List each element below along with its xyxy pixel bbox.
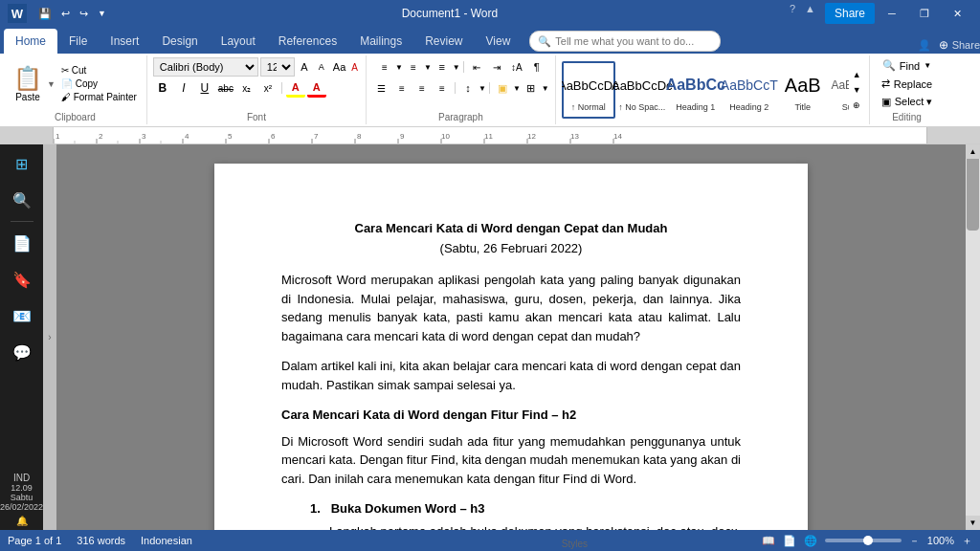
font-grow-btn[interactable]: A (297, 57, 312, 77)
section-1-body[interactable]: Di Microsoft Word sendiri sudah ada fitu… (281, 432, 741, 489)
bullets-dropdown[interactable]: ▼ (395, 63, 403, 72)
superscript-button[interactable]: x² (258, 78, 278, 98)
style-normal[interactable]: AaBbCcDc ↑ Normal (562, 61, 615, 119)
borders-btn[interactable]: ⊞ (522, 78, 541, 98)
styles-scroll-up[interactable]: ▲ (851, 68, 863, 81)
redo-qa-btn[interactable]: ↪ (76, 6, 92, 22)
line-spacing-btn[interactable]: ↕ (458, 78, 478, 98)
sidebar-doc-icon[interactable]: 📄 (7, 228, 37, 258)
help-icon[interactable]: ? (790, 3, 795, 24)
save-qa-btn[interactable]: 💾 (34, 6, 56, 22)
minimize-button[interactable]: ─ (877, 3, 907, 24)
section-1-heading[interactable]: Cara Mencari Kata di Word dengan Fitur F… (281, 406, 741, 425)
find-button[interactable]: 🔍 Find ▼ (877, 57, 937, 74)
language-indicator[interactable]: Indonesian (141, 535, 192, 546)
subscript-button[interactable]: x₂ (237, 78, 256, 98)
change-case-btn[interactable]: Aa (331, 61, 347, 73)
style-title[interactable]: AaB Title (776, 61, 830, 119)
numbering-dropdown[interactable]: ▼ (424, 63, 432, 72)
clear-format-btn[interactable]: A (349, 62, 360, 73)
styles-more-btn[interactable]: ⊕ (851, 99, 863, 112)
increase-indent-btn[interactable]: ⇥ (487, 57, 506, 77)
zoom-in-btn[interactable]: ＋ (962, 534, 972, 548)
bold-button[interactable]: B (153, 78, 172, 98)
tab-layout[interactable]: Layout (210, 29, 267, 54)
font-size-select[interactable]: 12 (260, 57, 295, 77)
font-color-btn[interactable]: A (307, 78, 326, 98)
multilevel-dropdown[interactable]: ▼ (453, 63, 460, 72)
tab-mailings[interactable]: Mailings (348, 29, 413, 54)
justify-btn[interactable]: ≡ (433, 78, 452, 98)
tell-me-input[interactable] (555, 35, 712, 47)
undo-qa-btn[interactable]: ↩ (57, 6, 74, 22)
strikethrough-button[interactable]: abc (216, 78, 235, 98)
ribbon-collapse-btn[interactable]: ▲ (805, 3, 815, 24)
zoom-out-btn[interactable]: － (909, 534, 920, 548)
share-button[interactable]: Share (825, 3, 875, 24)
scroll-up-arrow[interactable]: ▲ (966, 144, 980, 159)
cut-button[interactable]: ✂ Cut (57, 64, 141, 77)
italic-button[interactable]: I (174, 78, 193, 98)
customize-qa-btn[interactable]: ▼ (94, 7, 110, 20)
web-view-btn[interactable]: 🌐 (804, 535, 817, 547)
paragraph-1[interactable]: Microsoft Word merupakan aplikasi pengol… (281, 271, 741, 345)
paste-dropdown[interactable]: ▼ (47, 79, 56, 89)
copy-button[interactable]: 📄 Copy (57, 77, 141, 90)
style-heading1[interactable]: AaBbCc Heading 1 (669, 61, 723, 119)
bullets-button[interactable]: ≡ (375, 57, 394, 77)
restore-button[interactable]: ❐ (909, 3, 940, 24)
style-no-spacing[interactable]: AaBbCcDc ↑ No Spac... (615, 61, 669, 119)
sort-btn[interactable]: ↕A (507, 57, 526, 77)
notification-icon[interactable]: 🔔 (0, 516, 43, 526)
style-heading2[interactable]: AaBbCcT Heading 2 (723, 61, 776, 119)
select-button[interactable]: ▣ Select ▾ (876, 94, 939, 110)
account-icon[interactable]: 👤 (918, 39, 931, 52)
tab-design[interactable]: Design (150, 29, 209, 54)
font-shrink-btn[interactable]: A (314, 57, 329, 77)
align-center-btn[interactable]: ≡ (392, 78, 412, 98)
tab-review[interactable]: Review (413, 29, 474, 54)
layout-view-btn[interactable]: 📄 (783, 535, 796, 547)
scroll-down-arrow[interactable]: ▼ (966, 516, 980, 530)
align-right-btn[interactable]: ≡ (412, 78, 432, 98)
zoom-slider[interactable] (825, 539, 902, 542)
multilevel-list-btn[interactable]: ≡ (433, 57, 452, 77)
tell-me-box[interactable]: 🔍 (529, 31, 721, 52)
tab-references[interactable]: References (267, 29, 348, 54)
text-highlight-btn[interactable]: A (286, 78, 305, 98)
sidebar-home-icon[interactable]: ⊞ (7, 148, 37, 179)
replace-button[interactable]: ⇄ Replace (876, 76, 938, 92)
decrease-indent-btn[interactable]: ⇤ (467, 57, 486, 77)
zoom-thumb[interactable] (863, 536, 873, 545)
sidebar-chat-icon[interactable]: 💬 (7, 337, 37, 367)
paste-button[interactable]: 📋 Paste (10, 63, 46, 104)
sidebar-search-icon[interactable]: 🔍 (7, 185, 37, 215)
numbered-item-1-body[interactable]: Langkah pertama adalah buka dokumen yang… (329, 522, 741, 531)
find-dropdown[interactable]: ▼ (924, 61, 931, 70)
paragraph-2[interactable]: Dalam artikel kali ini, kita akan belaja… (281, 357, 741, 394)
tab-view[interactable]: View (475, 29, 523, 54)
styles-scroll-down[interactable]: ▼ (851, 83, 863, 97)
sidebar-bookmark-icon[interactable]: 🔖 (7, 264, 37, 295)
scrollbar-thumb[interactable] (967, 154, 979, 231)
line-spacing-dropdown[interactable]: ▼ (479, 84, 486, 93)
underline-button[interactable]: U (195, 78, 214, 98)
borders-dropdown[interactable]: ▼ (542, 84, 549, 93)
format-painter-button[interactable]: 🖌 Format Painter (57, 91, 141, 103)
read-view-btn[interactable]: 📖 (762, 535, 775, 547)
align-left-btn[interactable]: ☰ (372, 78, 391, 98)
share-tab-btn[interactable]: ⊕ (939, 38, 948, 52)
sidebar-mail-icon[interactable]: 📧 (7, 300, 37, 331)
show-marks-btn[interactable]: ¶ (527, 57, 546, 77)
style-subtitle[interactable]: AaBbCcD Subtitle (830, 61, 849, 119)
close-button[interactable]: ✕ (942, 3, 972, 24)
tab-home[interactable]: Home (4, 29, 57, 54)
font-family-select[interactable]: Calibri (Body) (153, 57, 258, 77)
tab-insert[interactable]: Insert (99, 29, 150, 54)
numbered-item-1-title[interactable]: 1. Buka Dokumen Word – h3 (310, 499, 741, 518)
sidebar-collapse-btn[interactable]: › (43, 144, 56, 530)
tab-file[interactable]: File (57, 29, 99, 54)
shading-dropdown[interactable]: ▼ (513, 84, 521, 93)
numbering-button[interactable]: ≡ (404, 57, 423, 77)
shading-btn[interactable]: ▣ (493, 78, 512, 98)
